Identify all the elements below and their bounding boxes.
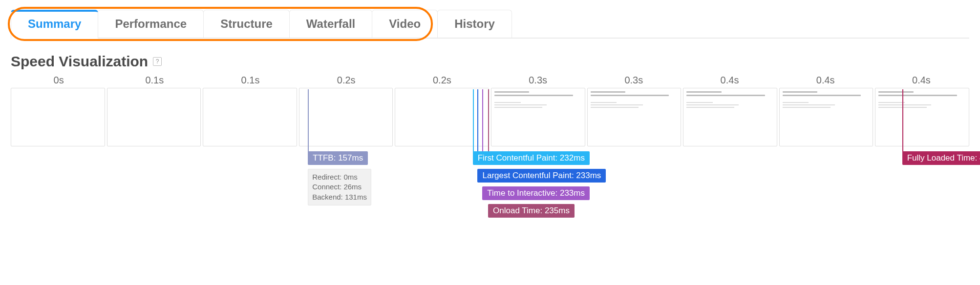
- timing-badges: TTFB: 157msFirst Contentful Paint: 232ms…: [11, 146, 969, 224]
- timing-badge[interactable]: Largest Contentful Paint: 233ms: [477, 169, 606, 183]
- filmstrip-frame[interactable]: [107, 88, 201, 146]
- timing-badge[interactable]: Onload Time: 235ms: [488, 204, 575, 218]
- filmstrip-frame[interactable]: [203, 88, 297, 146]
- speed-visualization: 0s 0.1s 0.1s 0.2s 0.2s 0.3s 0.3s 0.4s 0.…: [11, 75, 969, 224]
- tab-structure[interactable]: Structure: [203, 10, 290, 38]
- time-label: 0.3s: [586, 75, 682, 88]
- ttfb-detail-box: Redirect: 0msConnect: 26msBackend: 131ms: [308, 169, 371, 205]
- tab-performance[interactable]: Performance: [98, 10, 204, 38]
- timeline-labels-row: 0s 0.1s 0.1s 0.2s 0.2s 0.3s 0.3s 0.4s 0.…: [11, 75, 969, 88]
- ttfb-backend: Backend: 131ms: [312, 192, 367, 202]
- tab-video[interactable]: Video: [372, 10, 438, 38]
- filmstrip-frame[interactable]: [587, 88, 682, 146]
- filmstrip-frame[interactable]: [299, 88, 393, 146]
- timing-badge[interactable]: Fully Loaded Time: 442ms: [902, 151, 980, 165]
- time-label: 0.3s: [490, 75, 586, 88]
- ttfb-redirect: Redirect: 0ms: [312, 172, 367, 182]
- time-label: 0.2s: [394, 75, 490, 88]
- filmstrip-frame[interactable]: [875, 88, 969, 146]
- ttfb-connect: Connect: 26ms: [312, 182, 367, 192]
- filmstrip-frame[interactable]: [491, 88, 585, 146]
- time-label: 0.4s: [873, 75, 969, 88]
- time-label: 0.1s: [202, 75, 298, 88]
- time-label: 0.4s: [682, 75, 777, 88]
- filmstrip: [11, 88, 969, 146]
- filmstrip-frame[interactable]: [395, 88, 489, 146]
- time-label: 0s: [11, 75, 107, 88]
- time-label: 0.1s: [107, 75, 202, 88]
- tab-waterfall[interactable]: Waterfall: [289, 10, 372, 38]
- timing-badge[interactable]: TTFB: 157ms: [308, 151, 368, 165]
- time-label: 0.4s: [778, 75, 873, 88]
- time-label: 0.2s: [298, 75, 394, 88]
- tab-history[interactable]: History: [437, 10, 512, 38]
- help-icon[interactable]: ?: [153, 57, 162, 66]
- timing-badge[interactable]: Time to Interactive: 233ms: [482, 186, 590, 200]
- section-title: Speed Visualization: [11, 53, 148, 70]
- report-tabs: Summary Performance Structure Waterfall …: [11, 10, 969, 39]
- tab-summary[interactable]: Summary: [11, 10, 98, 38]
- filmstrip-frame[interactable]: [779, 88, 873, 146]
- filmstrip-frame[interactable]: [683, 88, 777, 146]
- timing-badge[interactable]: First Contentful Paint: 232ms: [473, 151, 590, 165]
- filmstrip-frame[interactable]: [11, 88, 105, 146]
